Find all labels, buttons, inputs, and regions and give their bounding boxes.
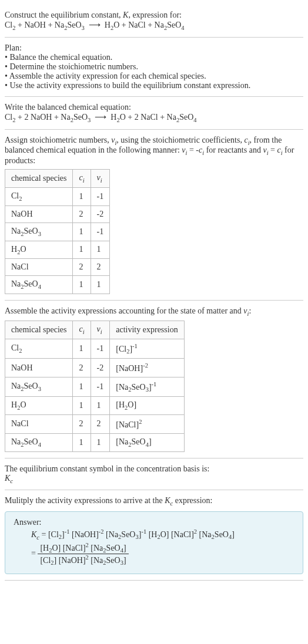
stoich-header-species: chemical species	[5, 170, 73, 188]
cell-species: Na2SeO4	[5, 433, 73, 451]
stoich-table: chemical species ci νi Cl21-1 NaOH2-2 Na…	[5, 169, 110, 294]
cell-species: Na2SeO3	[5, 222, 73, 241]
section-balanced: Write the balanced chemical equation: Cl…	[5, 97, 303, 130]
cell-c: 2	[73, 415, 91, 434]
table-row: Cl21-1	[5, 187, 110, 205]
cell-species: NaOH	[5, 205, 73, 222]
cell-species: NaCl	[5, 259, 73, 276]
activity-table: chemical species ci νi activity expressi…	[5, 321, 185, 452]
section-symbol: The equilibrium constant symbol in the c…	[5, 458, 303, 491]
cell-expr: [Na2SeO3]-1	[110, 377, 184, 396]
cell-species: NaCl	[5, 415, 73, 434]
cell-species: Na2SeO4	[5, 276, 73, 294]
cell-v: 2	[91, 415, 110, 434]
cell-expr: [NaOH]-2	[110, 359, 184, 377]
table-row: H2O11[H2O]	[5, 397, 185, 415]
cell-c: 1	[73, 222, 91, 241]
table-row: H2O11	[5, 241, 110, 259]
activity-intro: Assemble the activity expressions accoun…	[5, 306, 303, 317]
table-row: Na2SeO411	[5, 276, 110, 294]
multiply-intro: Mulitply the activity expressions to arr…	[5, 496, 303, 507]
cell-species: Na2SeO3	[5, 377, 73, 396]
cell-species: Cl2	[5, 339, 73, 358]
cell-v: 1	[91, 276, 110, 294]
cell-v: 1	[91, 397, 110, 415]
cell-c: 2	[73, 359, 91, 377]
cell-c: 1	[73, 187, 91, 205]
cell-c: 1	[73, 433, 91, 451]
table-row: Cl21-1[Cl2]-1	[5, 339, 185, 358]
plan-bullet-1: • Balance the chemical equation.	[5, 53, 303, 62]
section-activity: Assemble the activity expressions accoun…	[5, 301, 303, 458]
table-row: NaCl22	[5, 259, 110, 276]
construct-line1: Construct the equilibrium constant, K, e…	[5, 11, 303, 20]
activity-header-v: νi	[91, 321, 110, 339]
stoich-header-c: ci	[73, 170, 91, 188]
construct-equation: Cl2 + NaOH + Na2SeO3 ⟶ H2O + NaCl + Na2S…	[5, 20, 303, 31]
table-row: NaOH2-2[NaOH]-2	[5, 359, 185, 377]
cell-c: 1	[73, 241, 91, 259]
balanced-line1: Write the balanced chemical equation:	[5, 103, 303, 112]
cell-c: 1	[73, 377, 91, 396]
answer-eq2-den: [Cl2] [NaOH]2 [Na2SeO3]	[38, 554, 128, 566]
cell-expr: [NaCl]2	[110, 415, 184, 434]
table-row: NaOH2-2	[5, 205, 110, 222]
answer-label: Answer:	[14, 518, 294, 527]
section-plan: Plan: • Balance the chemical equation. •…	[5, 38, 303, 97]
cell-expr: [H2O]	[110, 397, 184, 415]
cell-v: 1	[91, 241, 110, 259]
section-stoich: Assign stoichiometric numbers, νi, using…	[5, 130, 303, 301]
cell-v: -1	[91, 377, 110, 396]
cell-species: H2O	[5, 397, 73, 415]
cell-c: 2	[73, 205, 91, 222]
section-construct: Construct the equilibrium constant, K, e…	[5, 5, 303, 38]
table-row: Na2SeO411[Na2SeO4]	[5, 433, 185, 451]
activity-header-c: ci	[73, 321, 91, 339]
balanced-equation: Cl2 + 2 NaOH + Na2SeO3 ⟶ H2O + 2 NaCl + …	[5, 112, 303, 123]
table-row: NaCl22[NaCl]2	[5, 415, 185, 434]
cell-expr: [Na2SeO4]	[110, 433, 184, 451]
cell-v: -1	[91, 187, 110, 205]
cell-species: NaOH	[5, 359, 73, 377]
stoich-header-v: νi	[91, 170, 110, 188]
answer-eq2-num: [H2O] [NaCl]2 [Na2SeO4]	[38, 542, 128, 554]
cell-c: 1	[73, 397, 91, 415]
stoich-intro: Assign stoichiometric numbers, νi, using…	[5, 136, 303, 166]
cell-v: 1	[91, 433, 110, 451]
answer-eq2: = [H2O] [NaCl]2 [Na2SeO4] [Cl2] [NaOH]2 …	[31, 542, 294, 567]
cell-expr: [Cl2]-1	[110, 339, 184, 358]
cell-c: 1	[73, 276, 91, 294]
cell-v: -2	[91, 205, 110, 222]
activity-header-species: chemical species	[5, 321, 73, 339]
table-row: Na2SeO31-1[Na2SeO3]-1	[5, 377, 185, 396]
activity-header-expr: activity expression	[110, 321, 184, 339]
plan-bullet-3: • Assemble the activity expression for e…	[5, 72, 303, 81]
cell-species: H2O	[5, 241, 73, 259]
cell-v: -2	[91, 359, 110, 377]
cell-v: -1	[91, 339, 110, 358]
symbol-kc: Kc	[5, 474, 303, 484]
cell-species: Cl2	[5, 187, 73, 205]
section-multiply: Mulitply the activity expressions to arr…	[5, 490, 303, 580]
cell-v: -1	[91, 222, 110, 241]
table-row: Na2SeO31-1	[5, 222, 110, 241]
answer-eq1: Kc = [Cl2]-1 [NaOH]-2 [Na2SeO3]-1 [H2O] …	[31, 528, 294, 540]
plan-title: Plan:	[5, 43, 303, 53]
plan-bullet-2: • Determine the stoichiometric numbers.	[5, 62, 303, 72]
cell-v: 2	[91, 259, 110, 276]
cell-c: 2	[73, 259, 91, 276]
answer-box: Answer: Kc = [Cl2]-1 [NaOH]-2 [Na2SeO3]-…	[5, 511, 303, 574]
cell-c: 1	[73, 339, 91, 358]
plan-bullet-4: • Use the activity expressions to build …	[5, 81, 303, 90]
symbol-line1: The equilibrium constant symbol in the c…	[5, 464, 303, 474]
